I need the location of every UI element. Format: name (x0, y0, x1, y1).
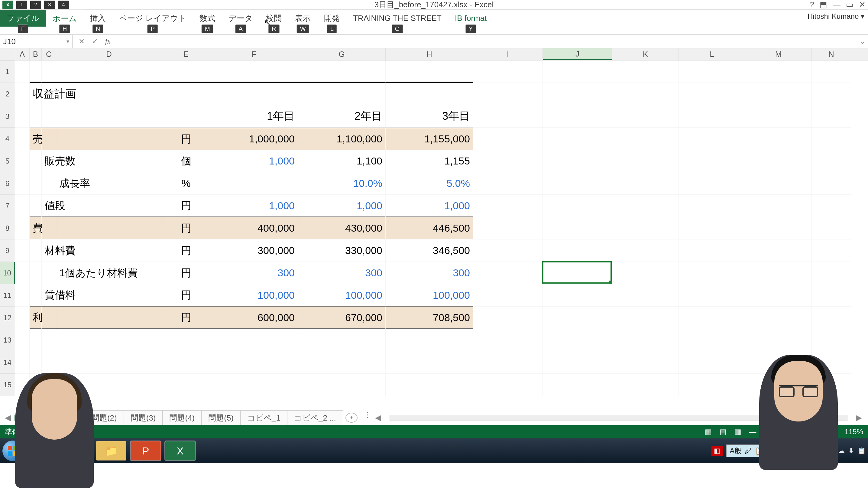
row-header-2[interactable]: 2 (0, 83, 15, 105)
cell-C13[interactable] (42, 329, 56, 351)
cell-C1[interactable] (42, 60, 56, 83)
cell-D11[interactable] (56, 284, 162, 307)
cell-C6[interactable] (42, 172, 56, 195)
cell-I14[interactable] (473, 351, 543, 374)
cell-M12[interactable] (745, 307, 812, 329)
cell-J9[interactable] (543, 240, 612, 262)
cell-C10[interactable] (42, 262, 56, 284)
cell-B5[interactable] (30, 150, 42, 172)
taskbar-app-excel[interactable]: X (165, 441, 195, 460)
cell-G1[interactable] (298, 60, 385, 83)
hscroll-left-icon[interactable]: ◀ (375, 413, 381, 422)
cell-M8[interactable] (745, 217, 812, 240)
cell-H15[interactable] (385, 374, 473, 396)
cell-F13[interactable] (210, 329, 298, 351)
cell-L2[interactable] (679, 83, 745, 105)
cell-B14[interactable] (30, 351, 42, 374)
cell-I3[interactable] (473, 105, 543, 128)
cell-H11[interactable]: 100,000 (385, 284, 473, 307)
cell-D2[interactable] (56, 83, 162, 105)
spreadsheet-grid[interactable]: ABCDEFGHIJKLMN 12収益計画31年目2年目3年目4売上円1,000… (0, 49, 868, 410)
cell-N7[interactable] (812, 195, 851, 217)
cell-F14[interactable] (210, 351, 298, 374)
cell-L3[interactable] (679, 105, 745, 128)
cell-E1[interactable] (162, 60, 210, 83)
row-header-5[interactable]: 5 (0, 150, 15, 172)
cell-B1[interactable] (30, 60, 42, 83)
column-header-I[interactable]: I (473, 49, 543, 60)
row-header-3[interactable]: 3 (0, 105, 15, 128)
cell-H3[interactable]: 3年目 (385, 105, 473, 128)
cell-H5[interactable]: 1,155 (385, 150, 473, 172)
cell-H8[interactable]: 446,500 (385, 217, 473, 240)
cell-C5[interactable]: 販売数 (42, 150, 56, 172)
cell-L4[interactable] (679, 128, 745, 150)
row-header-10[interactable]: 10 (0, 262, 15, 284)
cell-F8[interactable]: 400,000 (210, 217, 298, 240)
cell-M6[interactable] (745, 172, 812, 195)
cell-C14[interactable] (42, 351, 56, 374)
cell-M1[interactable] (745, 60, 812, 83)
cell-F10[interactable]: 300 (210, 262, 298, 284)
cell-A9[interactable] (15, 240, 30, 262)
column-header-D[interactable]: D (56, 49, 162, 60)
column-header-H[interactable]: H (385, 49, 473, 60)
cell-J10[interactable] (543, 262, 612, 284)
zoom-level[interactable]: 115% (845, 428, 863, 436)
cell-E8[interactable]: 円 (162, 217, 210, 240)
tray-icon[interactable]: ◧ (711, 446, 723, 456)
cell-G15[interactable] (298, 374, 385, 396)
cell-E11[interactable]: 円 (162, 284, 210, 307)
view-page-break-icon[interactable]: ▥ (735, 428, 741, 436)
cell-D10[interactable]: 1個あたり材料費 (56, 262, 162, 284)
ribbon-tab-IB format[interactable]: IB formatY (448, 10, 493, 27)
ribbon-tab-ファイル[interactable]: ファイルF (0, 10, 46, 27)
cell-A6[interactable] (15, 172, 30, 195)
row-header-7[interactable]: 7 (0, 195, 15, 217)
cell-G6[interactable]: 10.0% (298, 172, 385, 195)
cell-E10[interactable]: 円 (162, 262, 210, 284)
cell-H1[interactable] (385, 60, 473, 83)
cell-I1[interactable] (473, 60, 543, 83)
cell-A7[interactable] (15, 195, 30, 217)
row-header-8[interactable]: 8 (0, 217, 15, 240)
cell-M7[interactable] (745, 195, 812, 217)
name-box-input[interactable]: J10 (0, 35, 72, 48)
cell-G13[interactable] (298, 329, 385, 351)
cell-E4[interactable]: 円 (162, 128, 210, 150)
cell-J6[interactable] (543, 172, 612, 195)
cell-A10[interactable] (15, 262, 30, 284)
cell-E13[interactable] (162, 329, 210, 351)
cell-G2[interactable] (298, 83, 385, 105)
cell-N6[interactable] (812, 172, 851, 195)
cell-K14[interactable] (612, 351, 679, 374)
cell-K6[interactable] (612, 172, 679, 195)
cell-K9[interactable] (612, 240, 679, 262)
cell-I11[interactable] (473, 284, 543, 307)
cell-J7[interactable] (543, 195, 612, 217)
sheet-tab-コピペ_1[interactable]: コピペ_1 (241, 410, 287, 425)
row-header-11[interactable]: 11 (0, 284, 15, 307)
cell-A14[interactable] (15, 351, 30, 374)
cell-N1[interactable] (812, 60, 851, 83)
cell-C7[interactable]: 値段 (42, 195, 56, 217)
qat-item-1[interactable]: 1 (16, 1, 27, 9)
sheet-tab-コピペ_2 ...[interactable]: コピペ_2 ... (287, 410, 343, 425)
cell-B4[interactable]: 売上 (30, 128, 42, 150)
column-header-L[interactable]: L (679, 49, 745, 60)
cell-K5[interactable] (612, 150, 679, 172)
cell-G7[interactable]: 1,000 (298, 195, 385, 217)
column-header-F[interactable]: F (210, 49, 298, 60)
cell-D14[interactable] (56, 351, 162, 374)
cell-M9[interactable] (745, 240, 812, 262)
ribbon-tab-表示[interactable]: 表示W (288, 10, 317, 27)
cell-I4[interactable] (473, 128, 543, 150)
cell-K3[interactable] (612, 105, 679, 128)
cell-D9[interactable] (56, 240, 162, 262)
cell-I13[interactable] (473, 329, 543, 351)
cell-F2[interactable] (210, 83, 298, 105)
cell-M4[interactable] (745, 128, 812, 150)
cell-G11[interactable]: 100,000 (298, 284, 385, 307)
cell-H4[interactable]: 1,155,000 (385, 128, 473, 150)
cell-F4[interactable]: 1,000,000 (210, 128, 298, 150)
